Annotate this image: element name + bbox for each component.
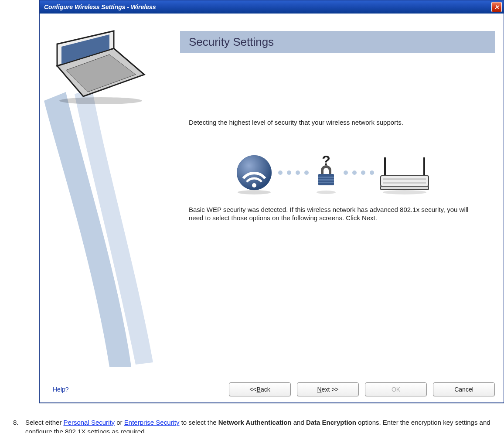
svg-point-16 <box>344 170 348 175</box>
next-button[interactable]: Next >> <box>297 382 359 396</box>
svg-point-17 <box>352 170 357 175</box>
svg-point-26 <box>383 190 426 194</box>
button-row: Help? << Back Next >> OK Cancel <box>40 381 504 398</box>
detecting-text: Detecting the highest level of security … <box>189 118 477 127</box>
laptop-beam-illustration <box>40 14 180 389</box>
bold-data-encryption: Data Encryption <box>306 419 356 426</box>
svg-point-8 <box>296 170 300 175</box>
svg-point-6 <box>278 170 283 175</box>
svg-rect-25 <box>381 186 429 190</box>
result-text: Basic WEP security was detected. If this… <box>189 205 477 222</box>
svg-rect-24 <box>383 182 426 184</box>
close-button[interactable]: ✕ <box>491 2 502 12</box>
step-number: 8. <box>13 418 25 433</box>
svg-rect-13 <box>318 182 334 183</box>
svg-point-4 <box>252 183 256 188</box>
wireless-settings-dialog: Configure Wireless Settings - Wireless ✕ <box>39 0 504 403</box>
svg-point-19 <box>370 170 374 175</box>
svg-rect-12 <box>318 179 334 181</box>
bold-network-auth: Network Authentication <box>218 419 292 426</box>
svg-point-15 <box>317 191 336 194</box>
window-title: Configure Wireless Settings - Wireless <box>44 3 491 10</box>
step-text: Select either Personal Security or Enter… <box>25 418 500 433</box>
close-icon: ✕ <box>494 4 499 10</box>
enterprise-security-link[interactable]: Enterprise Security <box>124 419 180 426</box>
svg-point-18 <box>361 170 365 175</box>
svg-point-0 <box>59 97 142 104</box>
svg-point-5 <box>238 190 271 194</box>
instruction-step: 8. Select either Personal Security or En… <box>0 418 504 433</box>
svg-point-7 <box>287 170 291 175</box>
connection-diagram: ? <box>228 149 495 192</box>
svg-point-9 <box>304 170 309 175</box>
svg-text:?: ? <box>322 153 330 168</box>
svg-rect-22 <box>381 176 429 186</box>
section-title: Security Settings <box>189 35 274 49</box>
back-button[interactable]: << Back <box>229 382 291 396</box>
ok-button: OK <box>365 382 427 396</box>
personal-security-link[interactable]: Personal Security <box>64 419 115 426</box>
left-illustration-pane <box>40 14 180 402</box>
svg-rect-11 <box>318 177 334 178</box>
titlebar[interactable]: Configure Wireless Settings - Wireless ✕ <box>40 0 504 14</box>
svg-rect-23 <box>383 178 426 180</box>
help-link[interactable]: Help? <box>53 386 69 393</box>
section-header: Security Settings <box>180 31 495 53</box>
cancel-button[interactable]: Cancel <box>433 382 495 396</box>
